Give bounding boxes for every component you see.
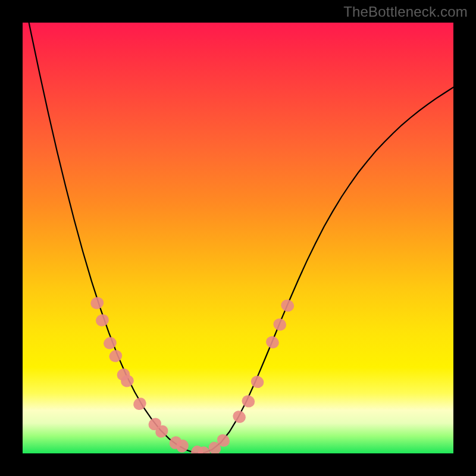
curve-marker — [231, 408, 248, 425]
curve-marker — [102, 335, 118, 350]
curve-marker — [107, 348, 124, 364]
attribution-label: TheBottleneck.com — [343, 4, 468, 20]
curve-marker — [240, 393, 256, 410]
curve-marker — [119, 373, 136, 389]
curve-marker — [131, 395, 148, 412]
curve-marker — [249, 374, 265, 390]
curve-marker — [197, 446, 211, 453]
curve-marker — [167, 434, 184, 451]
curve-marker — [215, 431, 233, 449]
curve-marker — [174, 438, 190, 453]
curve-marker — [264, 334, 281, 350]
curve-marker — [153, 422, 171, 440]
chart-frame: TheBottleneck.com — [0, 0, 476, 476]
curve-marker — [206, 440, 223, 453]
bottleneck-curve — [23, 23, 453, 453]
curve-marker — [115, 367, 131, 383]
curve-canvas — [23, 23, 453, 453]
curve-marker — [89, 295, 105, 311]
plot-area — [23, 23, 453, 453]
marker-group — [89, 295, 296, 453]
curve-marker — [94, 312, 110, 328]
curve-marker — [190, 444, 203, 453]
curve-marker — [279, 298, 296, 314]
curve-marker — [146, 415, 164, 433]
curve-marker — [271, 317, 288, 333]
